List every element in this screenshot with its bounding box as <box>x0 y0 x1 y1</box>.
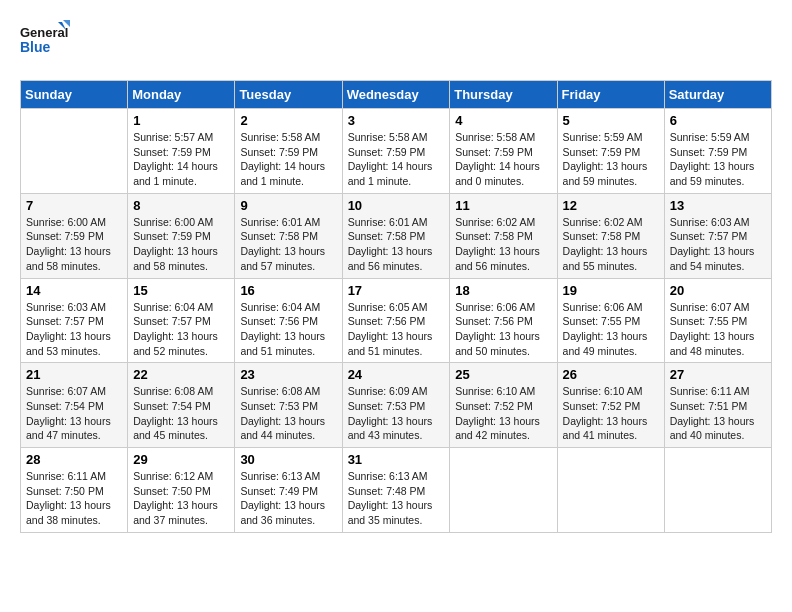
calendar-cell: 26Sunrise: 6:10 AMSunset: 7:52 PMDayligh… <box>557 363 664 448</box>
day-info: Sunrise: 6:10 AMSunset: 7:52 PMDaylight:… <box>455 384 551 443</box>
weekday-header-wednesday: Wednesday <box>342 81 450 109</box>
calendar-cell: 20Sunrise: 6:07 AMSunset: 7:55 PMDayligh… <box>664 278 771 363</box>
calendar-cell: 7Sunrise: 6:00 AMSunset: 7:59 PMDaylight… <box>21 193 128 278</box>
day-number: 4 <box>455 113 551 128</box>
day-number: 1 <box>133 113 229 128</box>
day-info: Sunrise: 6:01 AMSunset: 7:58 PMDaylight:… <box>348 215 445 274</box>
calendar-cell: 30Sunrise: 6:13 AMSunset: 7:49 PMDayligh… <box>235 448 342 533</box>
calendar-cell: 21Sunrise: 6:07 AMSunset: 7:54 PMDayligh… <box>21 363 128 448</box>
calendar-cell: 19Sunrise: 6:06 AMSunset: 7:55 PMDayligh… <box>557 278 664 363</box>
weekday-header-monday: Monday <box>128 81 235 109</box>
calendar-cell: 5Sunrise: 5:59 AMSunset: 7:59 PMDaylight… <box>557 109 664 194</box>
day-info: Sunrise: 6:09 AMSunset: 7:53 PMDaylight:… <box>348 384 445 443</box>
weekday-header-sunday: Sunday <box>21 81 128 109</box>
weekday-header-thursday: Thursday <box>450 81 557 109</box>
calendar-cell: 10Sunrise: 6:01 AMSunset: 7:58 PMDayligh… <box>342 193 450 278</box>
calendar-cell: 15Sunrise: 6:04 AMSunset: 7:57 PMDayligh… <box>128 278 235 363</box>
day-info: Sunrise: 6:00 AMSunset: 7:59 PMDaylight:… <box>26 215 122 274</box>
calendar-cell: 3Sunrise: 5:58 AMSunset: 7:59 PMDaylight… <box>342 109 450 194</box>
calendar-cell: 27Sunrise: 6:11 AMSunset: 7:51 PMDayligh… <box>664 363 771 448</box>
day-info: Sunrise: 5:58 AMSunset: 7:59 PMDaylight:… <box>348 130 445 189</box>
calendar-cell: 1Sunrise: 5:57 AMSunset: 7:59 PMDaylight… <box>128 109 235 194</box>
day-number: 30 <box>240 452 336 467</box>
day-info: Sunrise: 6:13 AMSunset: 7:49 PMDaylight:… <box>240 469 336 528</box>
calendar-week-row: 21Sunrise: 6:07 AMSunset: 7:54 PMDayligh… <box>21 363 772 448</box>
calendar-cell: 24Sunrise: 6:09 AMSunset: 7:53 PMDayligh… <box>342 363 450 448</box>
day-info: Sunrise: 6:12 AMSunset: 7:50 PMDaylight:… <box>133 469 229 528</box>
calendar-week-row: 28Sunrise: 6:11 AMSunset: 7:50 PMDayligh… <box>21 448 772 533</box>
day-info: Sunrise: 6:04 AMSunset: 7:57 PMDaylight:… <box>133 300 229 359</box>
calendar-cell: 13Sunrise: 6:03 AMSunset: 7:57 PMDayligh… <box>664 193 771 278</box>
calendar-cell: 23Sunrise: 6:08 AMSunset: 7:53 PMDayligh… <box>235 363 342 448</box>
day-number: 16 <box>240 283 336 298</box>
day-info: Sunrise: 6:05 AMSunset: 7:56 PMDaylight:… <box>348 300 445 359</box>
calendar-cell: 22Sunrise: 6:08 AMSunset: 7:54 PMDayligh… <box>128 363 235 448</box>
day-info: Sunrise: 6:08 AMSunset: 7:53 PMDaylight:… <box>240 384 336 443</box>
day-info: Sunrise: 5:59 AMSunset: 7:59 PMDaylight:… <box>670 130 766 189</box>
day-number: 10 <box>348 198 445 213</box>
weekday-header-row: SundayMondayTuesdayWednesdayThursdayFrid… <box>21 81 772 109</box>
day-info: Sunrise: 6:00 AMSunset: 7:59 PMDaylight:… <box>133 215 229 274</box>
calendar-cell: 29Sunrise: 6:12 AMSunset: 7:50 PMDayligh… <box>128 448 235 533</box>
calendar-cell: 31Sunrise: 6:13 AMSunset: 7:48 PMDayligh… <box>342 448 450 533</box>
day-info: Sunrise: 5:59 AMSunset: 7:59 PMDaylight:… <box>563 130 659 189</box>
calendar-cell: 18Sunrise: 6:06 AMSunset: 7:56 PMDayligh… <box>450 278 557 363</box>
day-number: 27 <box>670 367 766 382</box>
day-info: Sunrise: 6:13 AMSunset: 7:48 PMDaylight:… <box>348 469 445 528</box>
day-number: 31 <box>348 452 445 467</box>
day-number: 13 <box>670 198 766 213</box>
day-number: 12 <box>563 198 659 213</box>
weekday-header-saturday: Saturday <box>664 81 771 109</box>
calendar-week-row: 7Sunrise: 6:00 AMSunset: 7:59 PMDaylight… <box>21 193 772 278</box>
day-info: Sunrise: 6:01 AMSunset: 7:58 PMDaylight:… <box>240 215 336 274</box>
calendar-cell: 4Sunrise: 5:58 AMSunset: 7:59 PMDaylight… <box>450 109 557 194</box>
day-info: Sunrise: 6:06 AMSunset: 7:55 PMDaylight:… <box>563 300 659 359</box>
day-info: Sunrise: 6:03 AMSunset: 7:57 PMDaylight:… <box>26 300 122 359</box>
calendar-cell: 14Sunrise: 6:03 AMSunset: 7:57 PMDayligh… <box>21 278 128 363</box>
day-number: 29 <box>133 452 229 467</box>
calendar-week-row: 14Sunrise: 6:03 AMSunset: 7:57 PMDayligh… <box>21 278 772 363</box>
page-header: General Blue <box>20 20 772 64</box>
day-info: Sunrise: 6:11 AMSunset: 7:51 PMDaylight:… <box>670 384 766 443</box>
calendar-week-row: 1Sunrise: 5:57 AMSunset: 7:59 PMDaylight… <box>21 109 772 194</box>
day-number: 28 <box>26 452 122 467</box>
day-info: Sunrise: 6:04 AMSunset: 7:56 PMDaylight:… <box>240 300 336 359</box>
calendar-cell: 25Sunrise: 6:10 AMSunset: 7:52 PMDayligh… <box>450 363 557 448</box>
day-number: 20 <box>670 283 766 298</box>
calendar-cell: 12Sunrise: 6:02 AMSunset: 7:58 PMDayligh… <box>557 193 664 278</box>
day-number: 17 <box>348 283 445 298</box>
calendar-cell <box>557 448 664 533</box>
calendar-cell: 11Sunrise: 6:02 AMSunset: 7:58 PMDayligh… <box>450 193 557 278</box>
day-number: 6 <box>670 113 766 128</box>
day-info: Sunrise: 5:58 AMSunset: 7:59 PMDaylight:… <box>240 130 336 189</box>
day-info: Sunrise: 6:10 AMSunset: 7:52 PMDaylight:… <box>563 384 659 443</box>
calendar-cell <box>21 109 128 194</box>
day-info: Sunrise: 6:02 AMSunset: 7:58 PMDaylight:… <box>455 215 551 274</box>
calendar-cell: 2Sunrise: 5:58 AMSunset: 7:59 PMDaylight… <box>235 109 342 194</box>
day-number: 23 <box>240 367 336 382</box>
day-number: 14 <box>26 283 122 298</box>
svg-text:Blue: Blue <box>20 39 51 55</box>
day-info: Sunrise: 6:03 AMSunset: 7:57 PMDaylight:… <box>670 215 766 274</box>
calendar-cell <box>664 448 771 533</box>
logo-icon: General Blue <box>20 20 70 64</box>
calendar-cell: 9Sunrise: 6:01 AMSunset: 7:58 PMDaylight… <box>235 193 342 278</box>
calendar-cell: 8Sunrise: 6:00 AMSunset: 7:59 PMDaylight… <box>128 193 235 278</box>
calendar-cell: 6Sunrise: 5:59 AMSunset: 7:59 PMDaylight… <box>664 109 771 194</box>
day-info: Sunrise: 6:07 AMSunset: 7:55 PMDaylight:… <box>670 300 766 359</box>
day-number: 19 <box>563 283 659 298</box>
day-info: Sunrise: 6:11 AMSunset: 7:50 PMDaylight:… <box>26 469 122 528</box>
weekday-header-tuesday: Tuesday <box>235 81 342 109</box>
day-number: 18 <box>455 283 551 298</box>
weekday-header-friday: Friday <box>557 81 664 109</box>
day-number: 2 <box>240 113 336 128</box>
day-info: Sunrise: 6:06 AMSunset: 7:56 PMDaylight:… <box>455 300 551 359</box>
day-info: Sunrise: 6:07 AMSunset: 7:54 PMDaylight:… <box>26 384 122 443</box>
day-number: 25 <box>455 367 551 382</box>
logo: General Blue <box>20 20 70 64</box>
day-number: 24 <box>348 367 445 382</box>
svg-text:General: General <box>20 25 68 40</box>
day-info: Sunrise: 5:57 AMSunset: 7:59 PMDaylight:… <box>133 130 229 189</box>
day-number: 3 <box>348 113 445 128</box>
day-number: 11 <box>455 198 551 213</box>
